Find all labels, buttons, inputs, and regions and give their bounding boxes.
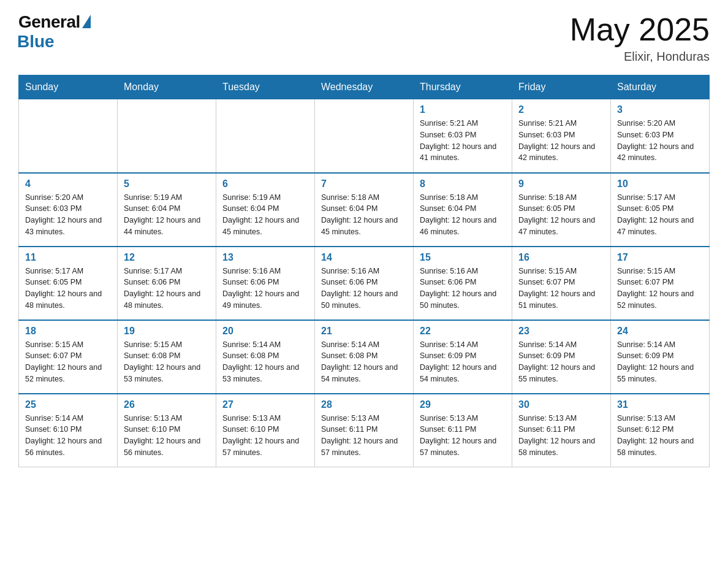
- calendar-cell: 27Sunrise: 5:13 AM Sunset: 6:10 PM Dayli…: [216, 394, 315, 467]
- calendar-cell: 21Sunrise: 5:14 AM Sunset: 6:08 PM Dayli…: [315, 320, 414, 394]
- day-info: Sunrise: 5:18 AM Sunset: 6:04 PM Dayligh…: [420, 192, 506, 238]
- calendar-header-monday: Monday: [118, 75, 216, 99]
- day-info: Sunrise: 5:14 AM Sunset: 6:08 PM Dayligh…: [222, 339, 308, 385]
- day-info: Sunrise: 5:14 AM Sunset: 6:09 PM Dayligh…: [617, 339, 703, 385]
- calendar-header-row: SundayMondayTuesdayWednesdayThursdayFrid…: [19, 75, 710, 99]
- calendar-cell: 25Sunrise: 5:14 AM Sunset: 6:10 PM Dayli…: [19, 394, 118, 467]
- day-number: 3: [617, 104, 703, 115]
- logo: General Blue: [18, 12, 91, 52]
- logo-general-text: General: [18, 12, 80, 32]
- calendar-cell: 24Sunrise: 5:14 AM Sunset: 6:09 PM Dayli…: [611, 320, 710, 394]
- calendar-header-sunday: Sunday: [19, 75, 118, 99]
- day-info: Sunrise: 5:17 AM Sunset: 6:06 PM Dayligh…: [124, 266, 210, 312]
- calendar-header-tuesday: Tuesday: [216, 75, 315, 99]
- calendar-cell: 6Sunrise: 5:19 AM Sunset: 6:04 PM Daylig…: [216, 173, 315, 247]
- day-info: Sunrise: 5:15 AM Sunset: 6:07 PM Dayligh…: [617, 266, 703, 312]
- calendar-cell: 23Sunrise: 5:14 AM Sunset: 6:09 PM Dayli…: [512, 320, 611, 394]
- day-number: 15: [420, 252, 506, 263]
- day-number: 31: [617, 399, 703, 410]
- day-number: 7: [321, 178, 407, 190]
- calendar-cell: 10Sunrise: 5:17 AM Sunset: 6:05 PM Dayli…: [611, 173, 710, 247]
- day-number: 11: [25, 252, 111, 263]
- day-info: Sunrise: 5:16 AM Sunset: 6:06 PM Dayligh…: [321, 266, 407, 312]
- day-info: Sunrise: 5:15 AM Sunset: 6:08 PM Dayligh…: [124, 339, 210, 385]
- calendar-cell: 5Sunrise: 5:19 AM Sunset: 6:04 PM Daylig…: [118, 173, 216, 247]
- day-info: Sunrise: 5:13 AM Sunset: 6:12 PM Dayligh…: [617, 413, 703, 459]
- day-info: Sunrise: 5:15 AM Sunset: 6:07 PM Dayligh…: [518, 266, 604, 312]
- calendar-cell: 17Sunrise: 5:15 AM Sunset: 6:07 PM Dayli…: [611, 247, 710, 320]
- day-number: 24: [617, 326, 703, 337]
- calendar-week-row: 4Sunrise: 5:20 AM Sunset: 6:03 PM Daylig…: [19, 173, 710, 247]
- calendar-cell: 3Sunrise: 5:20 AM Sunset: 6:03 PM Daylig…: [611, 99, 710, 173]
- calendar-header-saturday: Saturday: [611, 75, 710, 99]
- day-info: Sunrise: 5:16 AM Sunset: 6:06 PM Dayligh…: [420, 266, 506, 312]
- day-number: 23: [518, 326, 604, 337]
- logo-triangle-icon: [82, 15, 91, 28]
- calendar-cell: 13Sunrise: 5:16 AM Sunset: 6:06 PM Dayli…: [216, 247, 315, 320]
- day-number: 5: [124, 178, 210, 190]
- day-number: 18: [25, 326, 111, 337]
- day-info: Sunrise: 5:17 AM Sunset: 6:05 PM Dayligh…: [617, 192, 703, 238]
- day-info: Sunrise: 5:14 AM Sunset: 6:09 PM Dayligh…: [518, 339, 604, 385]
- calendar-cell: 7Sunrise: 5:18 AM Sunset: 6:04 PM Daylig…: [315, 173, 414, 247]
- day-info: Sunrise: 5:20 AM Sunset: 6:03 PM Dayligh…: [617, 118, 703, 164]
- calendar-cell: 18Sunrise: 5:15 AM Sunset: 6:07 PM Dayli…: [19, 320, 118, 394]
- calendar-cell: [315, 99, 414, 173]
- day-info: Sunrise: 5:18 AM Sunset: 6:05 PM Dayligh…: [518, 192, 604, 238]
- day-number: 30: [518, 399, 604, 410]
- day-info: Sunrise: 5:19 AM Sunset: 6:04 PM Dayligh…: [222, 192, 308, 238]
- calendar-cell: 12Sunrise: 5:17 AM Sunset: 6:06 PM Dayli…: [118, 247, 216, 320]
- day-number: 20: [222, 326, 308, 337]
- day-number: 10: [617, 178, 703, 190]
- calendar-cell: 9Sunrise: 5:18 AM Sunset: 6:05 PM Daylig…: [512, 173, 611, 247]
- day-info: Sunrise: 5:17 AM Sunset: 6:05 PM Dayligh…: [25, 266, 111, 312]
- day-number: 12: [124, 252, 210, 263]
- calendar-cell: 14Sunrise: 5:16 AM Sunset: 6:06 PM Dayli…: [315, 247, 414, 320]
- day-info: Sunrise: 5:15 AM Sunset: 6:07 PM Dayligh…: [25, 339, 111, 385]
- day-number: 9: [518, 178, 604, 190]
- page-header: General Blue May 2025 Elixir, Honduras: [18, 12, 710, 64]
- title-section: May 2025 Elixir, Honduras: [570, 12, 710, 64]
- day-number: 2: [518, 104, 604, 115]
- calendar-cell: 15Sunrise: 5:16 AM Sunset: 6:06 PM Dayli…: [414, 247, 512, 320]
- day-number: 29: [420, 399, 506, 410]
- logo-blue-text: Blue: [17, 32, 55, 52]
- day-number: 16: [518, 252, 604, 263]
- day-number: 1: [420, 104, 506, 115]
- calendar-cell: 30Sunrise: 5:13 AM Sunset: 6:11 PM Dayli…: [512, 394, 611, 467]
- calendar-week-row: 18Sunrise: 5:15 AM Sunset: 6:07 PM Dayli…: [19, 320, 710, 394]
- calendar-cell: 20Sunrise: 5:14 AM Sunset: 6:08 PM Dayli…: [216, 320, 315, 394]
- day-number: 19: [124, 326, 210, 337]
- calendar-cell: 16Sunrise: 5:15 AM Sunset: 6:07 PM Dayli…: [512, 247, 611, 320]
- calendar-header-thursday: Thursday: [414, 75, 512, 99]
- day-info: Sunrise: 5:18 AM Sunset: 6:04 PM Dayligh…: [321, 192, 407, 238]
- day-number: 27: [222, 399, 308, 410]
- day-number: 13: [222, 252, 308, 263]
- calendar-cell: 28Sunrise: 5:13 AM Sunset: 6:11 PM Dayli…: [315, 394, 414, 467]
- calendar-cell: 26Sunrise: 5:13 AM Sunset: 6:10 PM Dayli…: [118, 394, 216, 467]
- day-number: 14: [321, 252, 407, 263]
- calendar-cell: 19Sunrise: 5:15 AM Sunset: 6:08 PM Dayli…: [118, 320, 216, 394]
- day-number: 6: [222, 178, 308, 190]
- calendar-header-wednesday: Wednesday: [315, 75, 414, 99]
- calendar-table: SundayMondayTuesdayWednesdayThursdayFrid…: [18, 75, 710, 467]
- day-info: Sunrise: 5:16 AM Sunset: 6:06 PM Dayligh…: [222, 266, 308, 312]
- day-info: Sunrise: 5:19 AM Sunset: 6:04 PM Dayligh…: [124, 192, 210, 238]
- calendar-cell: 2Sunrise: 5:21 AM Sunset: 6:03 PM Daylig…: [512, 99, 611, 173]
- calendar-week-row: 11Sunrise: 5:17 AM Sunset: 6:05 PM Dayli…: [19, 247, 710, 320]
- day-info: Sunrise: 5:14 AM Sunset: 6:08 PM Dayligh…: [321, 339, 407, 385]
- calendar-week-row: 25Sunrise: 5:14 AM Sunset: 6:10 PM Dayli…: [19, 394, 710, 467]
- day-info: Sunrise: 5:14 AM Sunset: 6:10 PM Dayligh…: [25, 413, 111, 459]
- day-number: 28: [321, 399, 407, 410]
- day-info: Sunrise: 5:13 AM Sunset: 6:10 PM Dayligh…: [222, 413, 308, 459]
- day-number: 8: [420, 178, 506, 190]
- calendar-week-row: 1Sunrise: 5:21 AM Sunset: 6:03 PM Daylig…: [19, 99, 710, 173]
- day-info: Sunrise: 5:20 AM Sunset: 6:03 PM Dayligh…: [25, 192, 111, 238]
- location-label: Elixir, Honduras: [570, 50, 710, 64]
- calendar-cell: 31Sunrise: 5:13 AM Sunset: 6:12 PM Dayli…: [611, 394, 710, 467]
- day-number: 4: [25, 178, 111, 190]
- day-number: 26: [124, 399, 210, 410]
- day-info: Sunrise: 5:13 AM Sunset: 6:11 PM Dayligh…: [518, 413, 604, 459]
- calendar-cell: 8Sunrise: 5:18 AM Sunset: 6:04 PM Daylig…: [414, 173, 512, 247]
- calendar-cell: [118, 99, 216, 173]
